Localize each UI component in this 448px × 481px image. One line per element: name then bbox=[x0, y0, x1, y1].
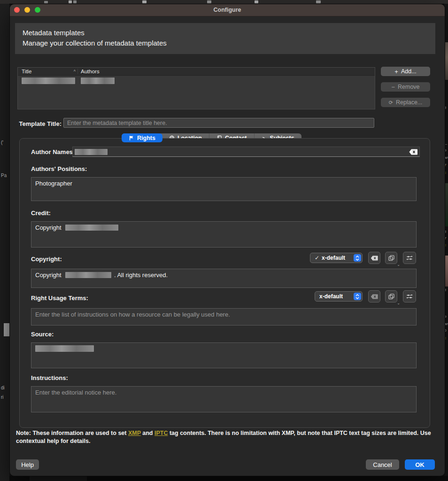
instructions-textarea[interactable] bbox=[31, 386, 417, 412]
copy-icon bbox=[388, 255, 394, 261]
replace-button[interactable]: ⟳ Replace... bbox=[381, 98, 430, 107]
chevron-down-icon: ⌄ bbox=[397, 301, 400, 305]
backspace-icon bbox=[371, 294, 378, 299]
sliders-icon bbox=[406, 255, 413, 261]
zoom-window-button[interactable] bbox=[35, 7, 40, 13]
tab-rights[interactable]: Rights bbox=[122, 133, 162, 142]
redacted-text bbox=[22, 78, 75, 84]
copyright-value-text: . All rights reserved. bbox=[114, 272, 168, 279]
language-value: x-default bbox=[322, 255, 345, 261]
toolbar-icon-fragment bbox=[207, 0, 211, 3]
instructions-label: Instructions: bbox=[31, 374, 68, 381]
authors-positions-textarea[interactable]: Photographer bbox=[31, 177, 417, 201]
background-text-fragment: Pa bbox=[1, 173, 7, 178]
language-value: x-default bbox=[319, 293, 343, 300]
credit-value-text: Copyright bbox=[35, 224, 62, 231]
toolbar-icon-fragment bbox=[69, 0, 72, 3]
copyright-clear-button[interactable] bbox=[368, 252, 380, 264]
tab-label: Rights bbox=[137, 135, 155, 141]
redacted-text bbox=[35, 345, 94, 352]
author-names-label: Author Names: bbox=[31, 148, 75, 155]
toolbar-icon-fragment bbox=[255, 0, 258, 3]
author-names-input[interactable] bbox=[72, 147, 420, 157]
toolbar-icon-fragment bbox=[44, 1, 48, 3]
background-window-left-strip: (' Pa di ri bbox=[0, 4, 9, 481]
iptc-link[interactable]: IPTC bbox=[154, 430, 168, 436]
copyright-copy-button[interactable]: ⌄ bbox=[385, 252, 397, 264]
toolbar-icon-fragment bbox=[316, 0, 321, 3]
credit-textarea[interactable]: Copyright bbox=[31, 221, 417, 248]
background-text-fragment: di bbox=[1, 385, 5, 390]
background-fragment bbox=[30, 476, 87, 481]
background-scrollbar-fragment bbox=[4, 323, 9, 336]
page-subtitle: Manage your collection of metadata templ… bbox=[23, 39, 167, 47]
column-header-title[interactable]: Title ^ bbox=[18, 69, 78, 74]
cancel-button-label: Cancel bbox=[373, 461, 392, 468]
chevron-down-icon: ⌄ bbox=[397, 263, 400, 267]
header-panel: Metadata templates Manage your collectio… bbox=[15, 23, 435, 54]
note-and: and bbox=[141, 430, 154, 436]
redacted-text bbox=[65, 272, 111, 278]
sliders-icon bbox=[406, 294, 413, 299]
right-usage-terms-textarea[interactable] bbox=[31, 308, 417, 326]
background-text-fragment: ri bbox=[1, 395, 4, 400]
cancel-button[interactable]: Cancel bbox=[366, 459, 399, 470]
usage-terms-options-button[interactable] bbox=[403, 290, 416, 303]
usage-terms-copy-button[interactable]: ⌄ bbox=[385, 290, 397, 303]
check-icon: ✓ bbox=[315, 255, 319, 261]
table-row[interactable] bbox=[18, 76, 375, 85]
column-authors-label: Authors bbox=[81, 69, 100, 74]
refresh-icon: ⟳ bbox=[389, 100, 393, 106]
copyright-value-text: Copyright bbox=[35, 272, 62, 279]
add-button-label: Add... bbox=[401, 68, 417, 75]
remove-button[interactable]: − Remove bbox=[381, 82, 430, 92]
templates-table-header: Title ^ Authors bbox=[18, 68, 375, 76]
ok-button[interactable]: OK bbox=[405, 459, 435, 470]
toolbar-icon-fragment bbox=[73, 0, 77, 3]
window-title: Configure bbox=[10, 4, 445, 16]
replace-button-label: Replace... bbox=[396, 99, 422, 106]
flag-icon bbox=[129, 135, 134, 141]
redacted-text bbox=[81, 78, 115, 84]
templates-table: Title ^ Authors bbox=[17, 67, 375, 109]
titlebar[interactable]: Configure bbox=[10, 4, 445, 16]
source-textarea[interactable] bbox=[31, 342, 417, 368]
close-window-button[interactable] bbox=[14, 7, 20, 13]
copy-icon bbox=[388, 294, 394, 300]
add-button[interactable]: + Add... bbox=[381, 67, 430, 76]
minimize-window-button[interactable] bbox=[24, 7, 30, 13]
plus-icon: + bbox=[394, 69, 398, 75]
right-usage-terms-label: Right Usage Terms: bbox=[31, 295, 88, 302]
usage-terms-clear-button[interactable] bbox=[368, 290, 380, 303]
background-bottom-strip bbox=[9, 476, 448, 481]
copyright-textarea[interactable]: Copyright . All rights reserved. bbox=[31, 269, 417, 288]
column-header-authors[interactable]: Authors bbox=[78, 69, 100, 74]
source-label: Source: bbox=[31, 331, 54, 338]
help-button[interactable]: Help bbox=[16, 459, 39, 470]
template-title-input[interactable] bbox=[63, 118, 374, 128]
rights-tab-panel: Author Names: Authors' Positions: Photog… bbox=[19, 138, 430, 428]
redacted-text bbox=[65, 225, 118, 231]
stepper-arrows-icon bbox=[354, 293, 361, 300]
toolbar-icon-fragment bbox=[142, 0, 147, 3]
help-button-label: Help bbox=[21, 461, 34, 468]
redacted-text bbox=[75, 149, 108, 155]
template-title-label: Template Title: bbox=[10, 120, 62, 127]
credit-label: Credit: bbox=[31, 209, 51, 217]
column-title-label: Title bbox=[22, 69, 31, 74]
clear-field-button[interactable] bbox=[409, 149, 417, 155]
note-prefix: Note: These information are used to set bbox=[16, 430, 128, 436]
xmp-link[interactable]: XMP bbox=[128, 430, 141, 436]
copyright-options-button[interactable] bbox=[403, 252, 416, 264]
minus-icon: − bbox=[391, 84, 395, 90]
stepper-arrows-icon bbox=[354, 254, 361, 262]
ok-button-label: OK bbox=[415, 461, 425, 468]
copyright-label: Copyright: bbox=[31, 256, 62, 263]
backspace-icon bbox=[371, 256, 378, 261]
note-text: Note: These information are used to set … bbox=[16, 429, 433, 445]
copyright-language-select[interactable]: ✓ x-default bbox=[310, 253, 363, 263]
usage-terms-language-select[interactable]: x-default bbox=[315, 291, 363, 302]
background-text-fragment: (' bbox=[1, 140, 3, 145]
remove-button-label: Remove bbox=[398, 84, 420, 90]
page-title: Metadata templates bbox=[23, 29, 85, 37]
